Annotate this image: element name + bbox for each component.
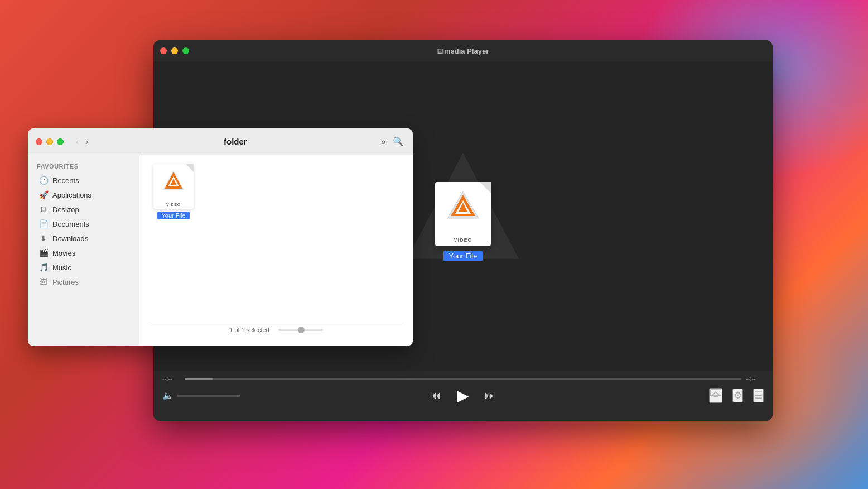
sidebar-item-label-documents: Documents (52, 220, 89, 228)
pictures-icon: 🖼 (39, 277, 48, 286)
finder-close-button[interactable] (36, 138, 42, 145)
downloads-icon: ⬇ (39, 234, 48, 243)
settings-button[interactable]: ⚙ (732, 389, 743, 402)
finder-maximize-button[interactable] (57, 138, 64, 145)
player-controls: --:-- --:-- 🔈 ⏮ ▶ ⏭ (153, 371, 773, 421)
playback-buttons: ⏮ ▶ ⏭ (430, 386, 496, 405)
progress-track[interactable] (185, 378, 741, 380)
player-title: Elmedia Player (437, 47, 489, 55)
finder-back-button[interactable]: ‹ (74, 136, 81, 148)
sidebar-item-label-music: Music (52, 263, 71, 272)
sidebar-item-music[interactable]: 🎵 Music (30, 260, 137, 275)
finder-search-button[interactable]: 🔍 (392, 135, 405, 148)
player-file-display: VIDEO Your File (430, 182, 496, 261)
time-start: --:-- (162, 375, 180, 382)
player-file-name-badge: Your File (443, 251, 483, 261)
play-button[interactable]: ▶ (457, 386, 469, 405)
desktop-icon: 🖥 (39, 205, 48, 214)
playlist-button[interactable]: ☰ (753, 389, 764, 402)
airplay-button[interactable] (709, 388, 722, 403)
player-maximize-button[interactable] (182, 47, 189, 54)
sidebar-item-applications[interactable]: 🚀 Applications (30, 188, 137, 202)
finder-file-item[interactable]: VIDEO Your File (148, 164, 199, 219)
sidebar-item-documents[interactable]: 📄 Documents (30, 217, 137, 231)
progress-bar-area: --:-- --:-- (162, 371, 764, 384)
finder-traffic-lights (36, 138, 64, 145)
movies-icon: 🎬 (39, 248, 48, 257)
prev-button[interactable]: ⏮ (430, 389, 441, 402)
volume-icon: 🔈 (162, 390, 173, 401)
finder-view-toggle-button[interactable]: » (380, 136, 387, 148)
finder-nav-buttons: ‹ › (74, 136, 91, 148)
finder-video-label: VIDEO (166, 203, 181, 209)
next-button[interactable]: ⏭ (485, 389, 496, 402)
player-titlebar: Elmedia Player (153, 40, 773, 61)
controls-row: 🔈 ⏮ ▶ ⏭ ⚙ (162, 384, 764, 407)
sidebar-item-recents[interactable]: 🕐 Recents (30, 173, 137, 188)
finder-files: VIDEO Your File (148, 164, 404, 322)
sidebar-item-movies[interactable]: 🎬 Movies (30, 246, 137, 260)
player-minimize-button[interactable] (171, 47, 178, 54)
music-icon: 🎵 (39, 263, 48, 272)
finder-status-bar: 1 of 1 selected (148, 322, 404, 337)
applications-icon: 🚀 (39, 190, 48, 199)
finder-main: VIDEO Your File 1 of 1 selected (139, 155, 413, 346)
sidebar-item-label-applications: Applications (52, 191, 91, 199)
documents-icon: 📄 (39, 219, 48, 228)
slider-thumb (298, 327, 305, 333)
svg-rect-7 (713, 396, 718, 397)
player-file-icon: VIDEO (435, 182, 491, 246)
finder-forward-button[interactable]: › (83, 136, 90, 148)
airplay-icon (710, 389, 721, 399)
finder-file-icon: VIDEO (153, 164, 194, 209)
sidebar-section-title: Favourites (28, 163, 139, 173)
sidebar-item-label-desktop: Desktop (52, 205, 79, 214)
sidebar-item-label-movies: Movies (52, 249, 75, 257)
finder-window: ‹ › folder » 🔍 Favourites 🕐 Recents 🚀 Ap… (28, 128, 413, 346)
finder-path-title: folder (97, 137, 374, 146)
finder-toolbar-right: » 🔍 (380, 135, 405, 148)
slider-track[interactable] (278, 329, 323, 331)
finder-sidebar: Favourites 🕐 Recents 🚀 Applications 🖥 De… (28, 155, 139, 346)
sidebar-item-pictures[interactable]: 🖼 Pictures (30, 275, 137, 289)
finder-titlebar: ‹ › folder » 🔍 (28, 128, 413, 155)
player-traffic-lights (160, 47, 189, 54)
finder-minimize-button[interactable] (46, 138, 53, 145)
sidebar-item-label-recents: Recents (52, 176, 79, 185)
right-controls: ⚙ ☰ (686, 388, 764, 403)
time-end: --:-- (746, 375, 764, 382)
finder-body: Favourites 🕐 Recents 🚀 Applications 🖥 De… (28, 155, 413, 346)
volume-track[interactable] (177, 395, 240, 397)
finder-file-logo (162, 170, 185, 191)
volume-area: 🔈 (162, 390, 240, 401)
finder-file-name: Your File (157, 212, 189, 219)
sidebar-item-label-downloads: Downloads (52, 234, 88, 243)
sidebar-item-label-pictures: Pictures (52, 278, 79, 286)
player-file-logo (446, 190, 480, 221)
recents-icon: 🕐 (39, 176, 48, 185)
progress-fill (185, 378, 213, 380)
finder-status-text: 1 of 1 selected (229, 327, 269, 333)
player-file-video-label: VIDEO (454, 237, 472, 246)
sidebar-item-downloads[interactable]: ⬇ Downloads (30, 231, 137, 246)
player-close-button[interactable] (160, 47, 167, 54)
sidebar-item-desktop[interactable]: 🖥 Desktop (30, 202, 137, 217)
size-slider[interactable] (278, 329, 323, 331)
svg-rect-8 (710, 390, 721, 396)
